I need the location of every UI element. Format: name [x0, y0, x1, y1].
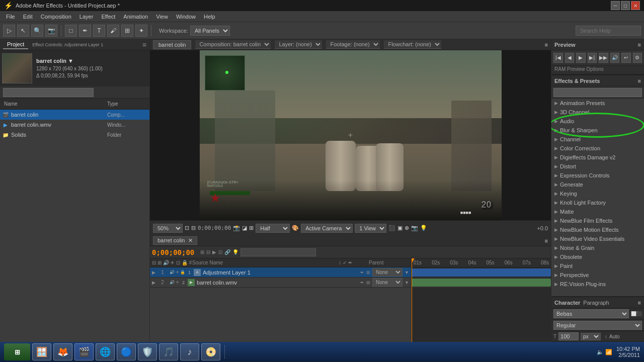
render-btn[interactable]: ⬛ [388, 225, 395, 231]
tl-tool-6[interactable]: 💡 [232, 249, 238, 255]
layer-mode-arrow-0[interactable]: ▼ [405, 270, 409, 275]
effects-item-newblue-motion[interactable]: ▶ NewBlue Motion Effects [551, 225, 644, 234]
layer-row-0[interactable]: ▶ 1 🔊 ☀ 🔒 1 A Adjustment Layer 1 ✒ ⊞ [150, 267, 411, 278]
effects-panel-menu[interactable]: ≡ [638, 78, 641, 84]
timeline-panel-menu[interactable]: ≡ [545, 238, 548, 244]
prev-settings-btn[interactable]: ⚙ [633, 53, 642, 63]
layer-mode-select-0[interactable]: None [372, 268, 403, 277]
prev-first-btn[interactable]: |◀ [553, 53, 563, 63]
effects-item-obsolete[interactable]: ▶ Obsolete [551, 252, 644, 261]
layer-audio-btn-1[interactable]: 🔊 [170, 280, 175, 285]
snapshot-btn[interactable]: 📸 [233, 225, 240, 231]
effects-item-perspective[interactable]: ▶ Perspective [551, 270, 644, 280]
layer-switch-1[interactable]: ✒ [360, 280, 364, 285]
menu-edit[interactable]: Edit [19, 13, 37, 21]
layer-solo-btn-1[interactable]: ☀ [176, 280, 179, 285]
menu-file[interactable]: File [2, 13, 19, 21]
taskbar-app-ae[interactable]: 🎬 [74, 343, 94, 360]
layer-expand-0[interactable]: ▶ [152, 270, 155, 275]
channels-btn[interactable]: 🎨 [292, 225, 299, 231]
text-tool[interactable]: T [93, 25, 105, 37]
effects-item-3d-channel[interactable]: ▶ 3D Channel [551, 108, 644, 117]
font-size-unit[interactable]: px [581, 333, 601, 340]
light-btn[interactable]: 💡 [420, 225, 427, 231]
font-family-select[interactable]: Bebas [553, 309, 629, 318]
tl-tool-4[interactable]: ⊡ [218, 249, 222, 255]
taskbar-app-ie[interactable]: 🪟 [32, 343, 51, 360]
layer-lock-btn-0[interactable]: 🔒 [180, 270, 185, 275]
comp-panel-menu[interactable]: ≡ [545, 42, 548, 48]
comp-tab-barret[interactable]: barret colin [153, 40, 191, 49]
effects-item-color-correction[interactable]: ▶ Color Correction [551, 144, 644, 153]
tl-tool-3[interactable]: ▶ [212, 249, 216, 255]
menu-window[interactable]: Window [172, 13, 200, 21]
project-item-0[interactable]: 🎬 barret colin Comp... [0, 110, 149, 120]
layer-mode-select-1[interactable]: None [372, 278, 403, 287]
layer-solo-btn-0[interactable]: ☀ [176, 270, 179, 275]
menu-layer[interactable]: Layer [75, 13, 98, 21]
layer-audio-btn-0[interactable]: 🔊 [170, 270, 175, 275]
paragraph-tab[interactable]: Paragraph [583, 300, 609, 306]
zoom-tool[interactable]: 🔍 [31, 25, 43, 37]
quality-select[interactable]: Half Full Quarter [256, 224, 290, 233]
menu-animation[interactable]: Animation [119, 13, 152, 21]
composition-label-select[interactable]: Composition: barret colin [195, 40, 271, 49]
prev-play-btn[interactable]: ▶ [576, 53, 586, 63]
workspace-select[interactable]: All Panels [190, 26, 230, 36]
layer-expand-1[interactable]: ▶ [152, 280, 155, 285]
timeline-playhead[interactable] [412, 258, 412, 352]
project-item-1[interactable]: ▶ barret colin.wmv Windo... [0, 120, 149, 130]
effects-item-knoll[interactable]: ▶ Knoll Light Factory [551, 198, 644, 207]
effects-item-matte[interactable]: ▶ Matte [551, 207, 644, 216]
project-tab[interactable]: Project [3, 40, 28, 49]
effects-item-digieffects[interactable]: ▶ Digieffects Damage v2 [551, 153, 644, 162]
pen-tool[interactable]: ✒ [79, 25, 91, 37]
search-help-input[interactable] [576, 26, 641, 36]
prev-loop-btn[interactable]: ↩ [621, 53, 631, 63]
prev-last-btn[interactable]: ▶▶ [599, 53, 608, 63]
prev-back-btn[interactable]: ◀ [565, 53, 575, 63]
aspect-ratio-btn[interactable]: ⊡ [185, 225, 189, 231]
effects-item-distort[interactable]: ▶ Distort [551, 162, 644, 171]
effects-item-revision[interactable]: ▶ RE:Vision Plug-ins [551, 280, 644, 289]
puppet-tool[interactable]: ✦ [135, 25, 147, 37]
3d-btn[interactable]: ⊕ [405, 225, 409, 231]
menu-composition[interactable]: Composition [37, 13, 75, 21]
prev-forward-btn[interactable]: ▶| [588, 53, 597, 63]
start-button[interactable]: ⊞ [4, 343, 30, 360]
footage-label-select[interactable]: Footage: (none) [326, 40, 380, 49]
layer-mode-arrow-1[interactable]: ▼ [405, 280, 409, 285]
layer-switch-0[interactable]: ✒ [360, 270, 364, 275]
maximize-button[interactable]: □ [621, 1, 630, 10]
character-panel-menu[interactable]: ≡ [638, 300, 641, 306]
pixel-aspect-btn[interactable]: ⊟ [191, 225, 196, 231]
effects-item-newblue-video[interactable]: ▶ NewBlue Video Essentials [551, 234, 644, 243]
layer-label-select[interactable]: Layer: (none) [275, 40, 322, 49]
taskbar-app-foobar[interactable]: 📀 [201, 343, 220, 360]
preview-panel-menu[interactable]: ≡ [638, 42, 641, 48]
effects-item-noise-grain[interactable]: ▶ Noise & Grain [551, 243, 644, 252]
effects-search-input[interactable] [553, 88, 642, 97]
panel-close-btn[interactable]: ≡ [142, 41, 146, 49]
prev-audio-btn[interactable]: 🔊 [610, 53, 620, 63]
timeline-tab[interactable]: barret colin ✕ [153, 236, 197, 245]
effects-item-blur-sharpen[interactable]: ▶ Blur & Sharpen [551, 126, 644, 135]
effects-item-channel[interactable]: ▶ Channel [551, 135, 644, 144]
layer-motion-0[interactable]: ⊞ [366, 270, 370, 275]
timeline-search-input[interactable] [240, 248, 316, 256]
menu-help[interactable]: Help [200, 13, 219, 21]
effects-item-paint[interactable]: ▶ Paint [551, 261, 644, 270]
tl-tool-1[interactable]: ⊞ [200, 249, 204, 255]
effects-item-animation-presets[interactable]: ▶ Animation Presets [551, 99, 644, 108]
timeline-close[interactable]: ✕ [188, 237, 193, 243]
menu-effect[interactable]: Effect [97, 13, 119, 21]
clone-tool[interactable]: ⊞ [121, 25, 133, 37]
view-select[interactable]: Active Camera [301, 224, 353, 233]
effects-item-generate[interactable]: ▶ Generate [551, 180, 644, 189]
effect-controls-tab[interactable]: Effect Controls: Adjustment Layer 1 [28, 41, 107, 48]
font-style-select[interactable]: Regular [553, 321, 642, 330]
view-count-select[interactable]: 1 View [355, 224, 386, 233]
rect-tool[interactable]: □ [65, 25, 77, 37]
menu-view[interactable]: View [152, 13, 172, 21]
taskbar-app-security[interactable]: 🔵 [117, 343, 136, 360]
